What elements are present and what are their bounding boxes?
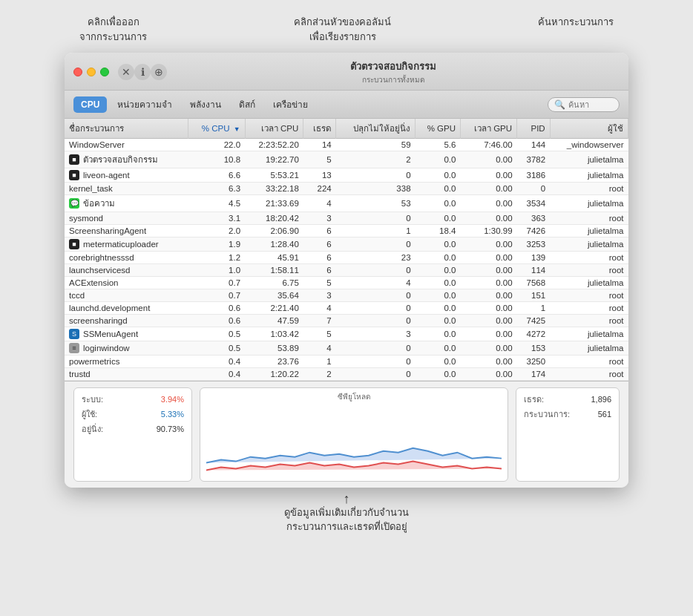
table-row[interactable]: ACExtension0.76.75540.00.007568julietalm… — [65, 277, 628, 289]
process-cpu-pct: 0.4 — [188, 368, 245, 381]
table-row[interactable]: launchd.development0.62:21.40400.00.001r… — [65, 302, 628, 315]
process-pid: 3534 — [517, 195, 551, 212]
minimize-button[interactable] — [87, 68, 96, 76]
table-row[interactable]: screensharingd0.647.59700.00.007425root — [65, 315, 628, 327]
table-row[interactable]: ScreensharingAgent2.02:06.906118.41:30.9… — [65, 225, 628, 237]
tab-disk[interactable]: ดิสก์ — [231, 94, 263, 114]
process-name: sysmond — [69, 214, 103, 223]
col-header-gpu-time[interactable]: เวลา GPU — [460, 119, 516, 139]
col-header-cpu-pct[interactable]: % CPU ▼ — [188, 119, 245, 139]
process-gpu-pct: 18.4 — [416, 225, 461, 237]
process-cpu-time: 23.76 — [245, 355, 303, 368]
process-pid: 3186 — [517, 168, 551, 183]
cpu-stats-right: เธรด: 1,896 กระบวนการ: 561 — [516, 387, 620, 482]
table-row[interactable]: ■metermaticuploader1.91:28.40600.00.0032… — [65, 237, 628, 252]
table-row[interactable]: ■liveon-agent6.65:53.211300.00.003186jul… — [65, 168, 628, 183]
process-threads: 13 — [303, 168, 336, 183]
tab-network[interactable]: เครือข่าย — [266, 94, 315, 114]
process-user: julietalma — [550, 151, 628, 168]
stat-user: ผู้ใช้: 5.33% — [82, 407, 184, 421]
maximize-button[interactable] — [100, 68, 109, 76]
table-row[interactable]: WindowServer22.02:23:52.2014595.67:46.00… — [65, 139, 628, 151]
process-gpu-time: 0.00 — [460, 151, 516, 168]
col-header-gpu-pct[interactable]: % GPU — [416, 119, 461, 139]
process-idle-wake: 0 — [336, 264, 416, 277]
process-idle-wake: 0 — [336, 315, 416, 327]
annotation-area: คลิกเพื่อออกจากกระบวนการ คลิกส่วนหัวของค… — [65, 15, 628, 50]
process-gpu-pct: 0.0 — [416, 183, 461, 195]
process-cpu-pct: 0.5 — [188, 327, 245, 341]
process-icon: ■ — [69, 239, 79, 249]
process-threads: 7 — [303, 315, 336, 327]
process-name: loginwindow — [83, 344, 130, 353]
process-threads: 3 — [303, 212, 336, 225]
process-gpu-pct: 0.0 — [416, 289, 461, 302]
process-cpu-time: 21:33.69 — [245, 195, 303, 212]
table-row[interactable]: ■ตัวตรวจสอบกิจกรรม10.819:22.70520.00.003… — [65, 151, 628, 168]
col-header-cpu-time[interactable]: เวลา CPU — [245, 119, 303, 139]
process-name-cell: ■liveon-agent — [65, 168, 188, 182]
process-icon: 💬 — [69, 198, 79, 209]
process-idle-wake: 3 — [336, 327, 416, 341]
process-pid: 114 — [517, 264, 551, 277]
process-gpu-time: 7:46.00 — [460, 139, 516, 151]
annotation-bottom: ↑ ดูข้อมูลเพิ่มเติมเกี่ยวกับจำนวนกระบวนก… — [65, 492, 628, 534]
process-idle-wake: 0 — [336, 168, 416, 183]
process-name-cell: launchd.development — [65, 302, 188, 314]
table-row[interactable]: trustd0.41:20.22200.00.00174root — [65, 368, 628, 381]
titlebar: ✕ ℹ ⊕ ตัวตรวจสอบกิจกรรม กระบวนการทั้งหมด — [65, 53, 628, 91]
process-name: ข้อความ — [83, 197, 115, 210]
system-label: ระบบ: — [82, 393, 103, 406]
process-threads: 4 — [303, 341, 336, 355]
annotation-top-left: คลิกเพื่อออกจากกระบวนการ — [79, 15, 147, 44]
info-button[interactable]: ℹ — [134, 64, 151, 80]
col-header-idle-wake[interactable]: ปลุกไม่ให้อยู่นิ่ง — [336, 119, 416, 139]
tab-cpu[interactable]: CPU — [73, 96, 107, 113]
process-cpu-time: 1:28.40 — [245, 237, 303, 252]
table-row[interactable]: powermetrics0.423.76100.00.003250root — [65, 355, 628, 368]
table-row[interactable]: kernel_task6.333:22.182243380.00.000root — [65, 183, 628, 195]
process-user: julietalma — [550, 341, 628, 355]
process-cpu-pct: 2.0 — [188, 225, 245, 237]
table-row[interactable]: launchservicesd1.01:58.11600.00.00114roo… — [65, 264, 628, 277]
tab-memory[interactable]: หน่วยความจำ — [110, 94, 180, 114]
bottom-panel: ระบบ: 3.94% ผู้ใช้: 5.33% อยู่นิ่ง: 90.7… — [65, 381, 628, 488]
process-name: ตัวตรวจสอบกิจกรรม — [83, 153, 158, 166]
process-gpu-pct: 0.0 — [416, 237, 461, 252]
process-threads: 224 — [303, 183, 336, 195]
process-idle-wake: 0 — [336, 341, 416, 355]
search-input[interactable] — [568, 100, 613, 109]
table-row[interactable]: 💬ข้อความ4.521:33.694530.00.003534julieta… — [65, 195, 628, 212]
process-gpu-time: 0.00 — [460, 264, 516, 277]
process-name-cell: launchservicesd — [65, 264, 188, 276]
col-header-user[interactable]: ผู้ใช้ — [550, 119, 628, 139]
process-pid: 139 — [517, 252, 551, 264]
process-name-cell: kernel_task — [65, 183, 188, 194]
close-button[interactable] — [73, 68, 82, 76]
col-header-name[interactable]: ชื่อกระบวนการ — [65, 119, 188, 139]
search-box[interactable]: 🔍 — [548, 97, 620, 112]
process-user: root — [550, 368, 628, 381]
col-header-threads[interactable]: เธรด — [303, 119, 336, 139]
table-row[interactable]: tccd0.735.64300.00.00151root — [65, 289, 628, 302]
kill-process-button[interactable]: ✕ — [118, 64, 134, 80]
expand-button[interactable]: ⊕ — [151, 64, 167, 80]
process-idle-wake: 0 — [336, 212, 416, 225]
process-icon: ≡ — [69, 343, 79, 353]
tab-energy[interactable]: พลังงาน — [183, 94, 229, 114]
process-cpu-time: 1:58.11 — [245, 264, 303, 277]
stat-idle: อยู่นิ่ง: 90.73% — [82, 422, 184, 436]
table-row[interactable]: ≡loginwindow0.553.89400.00.00153julietal… — [65, 341, 628, 355]
table-row[interactable]: corebrightnesssd1.245.916230.00.00139roo… — [65, 252, 628, 264]
process-cpu-time: 45.91 — [245, 252, 303, 264]
table-row[interactable]: sysmond3.118:20.42300.00.00363root — [65, 212, 628, 225]
process-gpu-time: 0.00 — [460, 289, 516, 302]
process-name-cell: powermetrics — [65, 355, 188, 367]
process-gpu-time: 0.00 — [460, 168, 516, 183]
table-row[interactable]: SSSMenuAgent0.51:03.42530.00.004272julie… — [65, 327, 628, 341]
process-threads: 6 — [303, 225, 336, 237]
process-name: SSMenuAgent — [83, 330, 138, 338]
annotation-top-right: ค้นหากระบวนการ — [538, 15, 614, 44]
process-user: julietalma — [550, 277, 628, 289]
col-header-pid[interactable]: PID — [517, 119, 551, 139]
